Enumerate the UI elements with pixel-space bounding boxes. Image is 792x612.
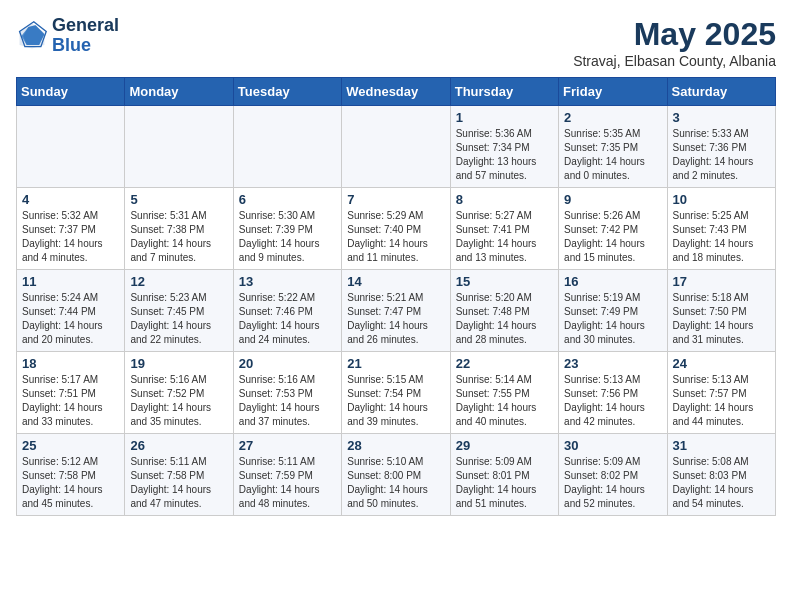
day-number: 27 — [239, 438, 336, 453]
day-detail: Sunrise: 5:16 AM Sunset: 7:53 PM Dayligh… — [239, 373, 336, 429]
calendar-cell: 13Sunrise: 5:22 AM Sunset: 7:46 PM Dayli… — [233, 270, 341, 352]
calendar-cell: 2Sunrise: 5:35 AM Sunset: 7:35 PM Daylig… — [559, 106, 667, 188]
calendar-cell: 7Sunrise: 5:29 AM Sunset: 7:40 PM Daylig… — [342, 188, 450, 270]
day-detail: Sunrise: 5:22 AM Sunset: 7:46 PM Dayligh… — [239, 291, 336, 347]
day-detail: Sunrise: 5:33 AM Sunset: 7:36 PM Dayligh… — [673, 127, 770, 183]
calendar-cell: 11Sunrise: 5:24 AM Sunset: 7:44 PM Dayli… — [17, 270, 125, 352]
day-detail: Sunrise: 5:13 AM Sunset: 7:56 PM Dayligh… — [564, 373, 661, 429]
calendar-cell — [125, 106, 233, 188]
day-number: 23 — [564, 356, 661, 371]
day-detail: Sunrise: 5:21 AM Sunset: 7:47 PM Dayligh… — [347, 291, 444, 347]
weekday-header-wednesday: Wednesday — [342, 78, 450, 106]
day-number: 11 — [22, 274, 119, 289]
calendar-cell: 21Sunrise: 5:15 AM Sunset: 7:54 PM Dayli… — [342, 352, 450, 434]
weekday-header-monday: Monday — [125, 78, 233, 106]
day-detail: Sunrise: 5:11 AM Sunset: 7:59 PM Dayligh… — [239, 455, 336, 511]
day-number: 19 — [130, 356, 227, 371]
day-number: 7 — [347, 192, 444, 207]
day-number: 2 — [564, 110, 661, 125]
calendar-cell: 1Sunrise: 5:36 AM Sunset: 7:34 PM Daylig… — [450, 106, 558, 188]
calendar-week-3: 11Sunrise: 5:24 AM Sunset: 7:44 PM Dayli… — [17, 270, 776, 352]
day-detail: Sunrise: 5:09 AM Sunset: 8:01 PM Dayligh… — [456, 455, 553, 511]
calendar-cell: 22Sunrise: 5:14 AM Sunset: 7:55 PM Dayli… — [450, 352, 558, 434]
day-number: 5 — [130, 192, 227, 207]
day-number: 17 — [673, 274, 770, 289]
day-number: 30 — [564, 438, 661, 453]
day-detail: Sunrise: 5:27 AM Sunset: 7:41 PM Dayligh… — [456, 209, 553, 265]
day-detail: Sunrise: 5:17 AM Sunset: 7:51 PM Dayligh… — [22, 373, 119, 429]
day-number: 16 — [564, 274, 661, 289]
day-number: 1 — [456, 110, 553, 125]
day-number: 15 — [456, 274, 553, 289]
day-detail: Sunrise: 5:20 AM Sunset: 7:48 PM Dayligh… — [456, 291, 553, 347]
logo-icon — [16, 20, 48, 52]
day-number: 13 — [239, 274, 336, 289]
calendar-cell: 6Sunrise: 5:30 AM Sunset: 7:39 PM Daylig… — [233, 188, 341, 270]
calendar-cell: 27Sunrise: 5:11 AM Sunset: 7:59 PM Dayli… — [233, 434, 341, 516]
calendar-cell: 29Sunrise: 5:09 AM Sunset: 8:01 PM Dayli… — [450, 434, 558, 516]
day-detail: Sunrise: 5:36 AM Sunset: 7:34 PM Dayligh… — [456, 127, 553, 183]
calendar-cell: 23Sunrise: 5:13 AM Sunset: 7:56 PM Dayli… — [559, 352, 667, 434]
day-detail: Sunrise: 5:08 AM Sunset: 8:03 PM Dayligh… — [673, 455, 770, 511]
day-detail: Sunrise: 5:18 AM Sunset: 7:50 PM Dayligh… — [673, 291, 770, 347]
day-number: 31 — [673, 438, 770, 453]
calendar-cell: 20Sunrise: 5:16 AM Sunset: 7:53 PM Dayli… — [233, 352, 341, 434]
calendar-cell: 25Sunrise: 5:12 AM Sunset: 7:58 PM Dayli… — [17, 434, 125, 516]
calendar-cell: 5Sunrise: 5:31 AM Sunset: 7:38 PM Daylig… — [125, 188, 233, 270]
calendar-header: SundayMondayTuesdayWednesdayThursdayFrid… — [17, 78, 776, 106]
day-detail: Sunrise: 5:25 AM Sunset: 7:43 PM Dayligh… — [673, 209, 770, 265]
calendar-week-1: 1Sunrise: 5:36 AM Sunset: 7:34 PM Daylig… — [17, 106, 776, 188]
day-detail: Sunrise: 5:09 AM Sunset: 8:02 PM Dayligh… — [564, 455, 661, 511]
calendar-cell: 24Sunrise: 5:13 AM Sunset: 7:57 PM Dayli… — [667, 352, 775, 434]
calendar-cell: 17Sunrise: 5:18 AM Sunset: 7:50 PM Dayli… — [667, 270, 775, 352]
day-number: 20 — [239, 356, 336, 371]
day-number: 18 — [22, 356, 119, 371]
calendar-cell: 30Sunrise: 5:09 AM Sunset: 8:02 PM Dayli… — [559, 434, 667, 516]
calendar-cell: 8Sunrise: 5:27 AM Sunset: 7:41 PM Daylig… — [450, 188, 558, 270]
calendar-cell: 26Sunrise: 5:11 AM Sunset: 7:58 PM Dayli… — [125, 434, 233, 516]
day-detail: Sunrise: 5:16 AM Sunset: 7:52 PM Dayligh… — [130, 373, 227, 429]
weekday-row: SundayMondayTuesdayWednesdayThursdayFrid… — [17, 78, 776, 106]
calendar-cell — [17, 106, 125, 188]
day-number: 25 — [22, 438, 119, 453]
calendar-cell: 19Sunrise: 5:16 AM Sunset: 7:52 PM Dayli… — [125, 352, 233, 434]
day-detail: Sunrise: 5:32 AM Sunset: 7:37 PM Dayligh… — [22, 209, 119, 265]
calendar-cell — [342, 106, 450, 188]
day-number: 6 — [239, 192, 336, 207]
calendar-cell: 31Sunrise: 5:08 AM Sunset: 8:03 PM Dayli… — [667, 434, 775, 516]
day-detail: Sunrise: 5:23 AM Sunset: 7:45 PM Dayligh… — [130, 291, 227, 347]
day-number: 8 — [456, 192, 553, 207]
day-number: 28 — [347, 438, 444, 453]
calendar-cell — [233, 106, 341, 188]
page-header: General Blue May 2025 Stravaj, Elbasan C… — [16, 16, 776, 69]
calendar-cell: 4Sunrise: 5:32 AM Sunset: 7:37 PM Daylig… — [17, 188, 125, 270]
day-detail: Sunrise: 5:10 AM Sunset: 8:00 PM Dayligh… — [347, 455, 444, 511]
weekday-header-friday: Friday — [559, 78, 667, 106]
calendar-cell: 15Sunrise: 5:20 AM Sunset: 7:48 PM Dayli… — [450, 270, 558, 352]
day-detail: Sunrise: 5:30 AM Sunset: 7:39 PM Dayligh… — [239, 209, 336, 265]
day-number: 3 — [673, 110, 770, 125]
logo: General Blue — [16, 16, 119, 56]
calendar-week-5: 25Sunrise: 5:12 AM Sunset: 7:58 PM Dayli… — [17, 434, 776, 516]
day-number: 14 — [347, 274, 444, 289]
day-number: 12 — [130, 274, 227, 289]
weekday-header-sunday: Sunday — [17, 78, 125, 106]
day-number: 9 — [564, 192, 661, 207]
day-number: 26 — [130, 438, 227, 453]
calendar-week-4: 18Sunrise: 5:17 AM Sunset: 7:51 PM Dayli… — [17, 352, 776, 434]
calendar-week-2: 4Sunrise: 5:32 AM Sunset: 7:37 PM Daylig… — [17, 188, 776, 270]
day-detail: Sunrise: 5:35 AM Sunset: 7:35 PM Dayligh… — [564, 127, 661, 183]
calendar-cell: 12Sunrise: 5:23 AM Sunset: 7:45 PM Dayli… — [125, 270, 233, 352]
day-detail: Sunrise: 5:12 AM Sunset: 7:58 PM Dayligh… — [22, 455, 119, 511]
day-number: 24 — [673, 356, 770, 371]
weekday-header-thursday: Thursday — [450, 78, 558, 106]
day-detail: Sunrise: 5:14 AM Sunset: 7:55 PM Dayligh… — [456, 373, 553, 429]
weekday-header-saturday: Saturday — [667, 78, 775, 106]
weekday-header-tuesday: Tuesday — [233, 78, 341, 106]
day-number: 22 — [456, 356, 553, 371]
calendar-cell: 10Sunrise: 5:25 AM Sunset: 7:43 PM Dayli… — [667, 188, 775, 270]
month-title: May 2025 — [573, 16, 776, 53]
day-detail: Sunrise: 5:31 AM Sunset: 7:38 PM Dayligh… — [130, 209, 227, 265]
day-number: 4 — [22, 192, 119, 207]
day-detail: Sunrise: 5:24 AM Sunset: 7:44 PM Dayligh… — [22, 291, 119, 347]
